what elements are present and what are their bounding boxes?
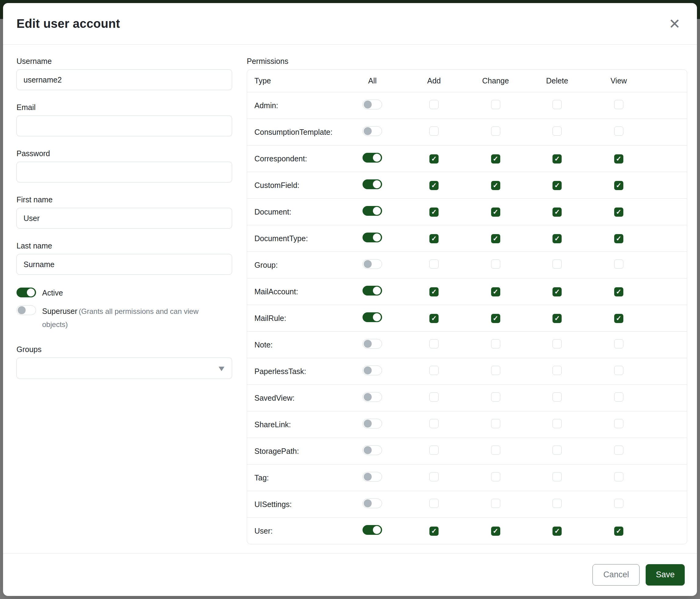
permission-change-checkbox[interactable] [491, 499, 500, 508]
permission-change-checkbox[interactable] [491, 472, 500, 481]
permission-add-checkbox[interactable]: ✓ [429, 314, 439, 323]
permission-view-checkbox[interactable]: ✓ [614, 527, 623, 536]
permission-change-checkbox[interactable] [491, 260, 500, 269]
superuser-toggle[interactable] [17, 305, 36, 315]
permission-delete-checkbox[interactable] [552, 472, 561, 481]
permission-all-toggle[interactable] [362, 233, 382, 242]
permission-all-toggle[interactable] [362, 365, 382, 375]
permission-delete-checkbox[interactable] [552, 366, 561, 375]
permission-add-checkbox[interactable] [429, 366, 439, 375]
permission-change-checkbox[interactable]: ✓ [491, 154, 500, 164]
permission-view-checkbox[interactable]: ✓ [614, 314, 623, 323]
permission-delete-checkbox[interactable] [552, 100, 561, 109]
permission-change-checkbox[interactable] [491, 100, 500, 109]
close-icon[interactable]: ✕ [666, 16, 683, 32]
permission-delete-checkbox[interactable]: ✓ [552, 234, 561, 243]
permission-view-checkbox[interactable] [614, 392, 623, 402]
permission-add-checkbox[interactable]: ✓ [429, 287, 439, 296]
permission-all-toggle[interactable] [362, 339, 382, 349]
permission-view-checkbox[interactable] [614, 499, 623, 508]
permission-change-checkbox[interactable]: ✓ [491, 527, 500, 536]
permission-change-checkbox[interactable]: ✓ [491, 208, 500, 217]
permission-delete-checkbox[interactable] [552, 260, 561, 269]
permission-change-checkbox[interactable] [491, 339, 500, 349]
permission-delete-checkbox[interactable]: ✓ [552, 208, 561, 217]
permission-add-checkbox[interactable]: ✓ [429, 154, 439, 164]
permission-delete-checkbox[interactable]: ✓ [552, 287, 561, 296]
permission-view-checkbox[interactable] [614, 419, 623, 428]
permission-all-toggle[interactable] [362, 312, 382, 322]
permission-view-checkbox[interactable] [614, 100, 623, 109]
save-button[interactable]: Save [646, 564, 685, 585]
active-toggle[interactable] [17, 288, 36, 297]
permission-view-checkbox[interactable]: ✓ [614, 234, 623, 243]
permission-delete-checkbox[interactable]: ✓ [552, 181, 561, 190]
permission-add-checkbox[interactable] [429, 260, 439, 269]
permission-add-checkbox[interactable] [429, 419, 439, 428]
permission-add-checkbox[interactable] [429, 499, 439, 508]
permission-all-toggle[interactable] [362, 100, 382, 110]
permission-add-checkbox[interactable] [429, 339, 439, 349]
permission-delete-checkbox[interactable]: ✓ [552, 527, 561, 536]
permission-view-checkbox[interactable] [614, 366, 623, 375]
permission-change-checkbox[interactable]: ✓ [491, 181, 500, 190]
permission-all-toggle[interactable] [362, 445, 382, 455]
permission-add-checkbox[interactable] [429, 100, 439, 109]
permission-delete-checkbox[interactable] [552, 419, 561, 428]
permission-all-toggle[interactable] [362, 499, 382, 508]
permission-view-checkbox[interactable] [614, 126, 623, 136]
permission-add-checkbox[interactable]: ✓ [429, 527, 439, 536]
permission-change-checkbox[interactable] [491, 366, 500, 375]
permission-change-checkbox[interactable] [491, 446, 500, 455]
permission-add-checkbox[interactable] [429, 446, 439, 455]
permission-change-checkbox[interactable]: ✓ [491, 234, 500, 243]
permission-add-checkbox[interactable] [429, 472, 439, 481]
permission-change-checkbox[interactable]: ✓ [491, 314, 500, 323]
last-name-field[interactable] [17, 254, 232, 275]
permission-add-checkbox[interactable]: ✓ [429, 234, 439, 243]
permission-view-checkbox[interactable] [614, 260, 623, 269]
permission-delete-checkbox[interactable] [552, 446, 561, 455]
permission-add-checkbox[interactable]: ✓ [429, 208, 439, 217]
permission-view-checkbox[interactable]: ✓ [614, 208, 623, 217]
password-field[interactable] [17, 162, 232, 183]
permission-all-toggle[interactable] [362, 472, 382, 482]
permission-all-toggle[interactable] [362, 179, 382, 189]
groups-select[interactable]: ▼ [17, 358, 232, 379]
permission-change-checkbox[interactable] [491, 419, 500, 428]
permission-change-checkbox[interactable]: ✓ [491, 287, 500, 296]
permission-all-toggle[interactable] [362, 392, 382, 402]
permission-type-label: PaperlessTask: [247, 358, 342, 384]
permission-all-toggle[interactable] [362, 525, 382, 535]
permission-view-checkbox[interactable] [614, 339, 623, 349]
permission-add-checkbox[interactable]: ✓ [429, 181, 439, 190]
permission-all-toggle[interactable] [362, 419, 382, 429]
username-input[interactable] [17, 69, 232, 90]
permission-view-checkbox[interactable]: ✓ [614, 181, 623, 190]
permission-all-toggle[interactable] [362, 259, 382, 269]
permission-view-checkbox[interactable] [614, 472, 623, 481]
first-name-field[interactable] [17, 208, 232, 229]
permission-view-checkbox[interactable]: ✓ [614, 154, 623, 164]
permission-delete-checkbox[interactable] [552, 499, 561, 508]
permission-view-checkbox[interactable]: ✓ [614, 287, 623, 296]
permission-delete-checkbox[interactable] [552, 126, 561, 136]
permission-row-spacer [650, 145, 687, 172]
permission-all-toggle[interactable] [362, 286, 382, 295]
permission-all-toggle[interactable] [362, 126, 382, 136]
permission-delete-checkbox[interactable] [552, 339, 561, 349]
permission-row-spacer [650, 92, 687, 119]
permission-change-checkbox[interactable] [491, 392, 500, 402]
permission-delete-checkbox[interactable]: ✓ [552, 154, 561, 164]
permission-view-checkbox[interactable] [614, 446, 623, 455]
cancel-button[interactable]: Cancel [593, 564, 640, 585]
permission-change-checkbox[interactable] [491, 126, 500, 136]
email-field[interactable] [17, 116, 232, 136]
permission-delete-checkbox[interactable] [552, 392, 561, 402]
perm-col-all: All [342, 70, 403, 92]
permission-add-checkbox[interactable] [429, 126, 439, 136]
permission-all-toggle[interactable] [362, 206, 382, 216]
permission-delete-checkbox[interactable]: ✓ [552, 314, 561, 323]
permission-all-toggle[interactable] [362, 153, 382, 163]
permission-add-checkbox[interactable] [429, 392, 439, 402]
